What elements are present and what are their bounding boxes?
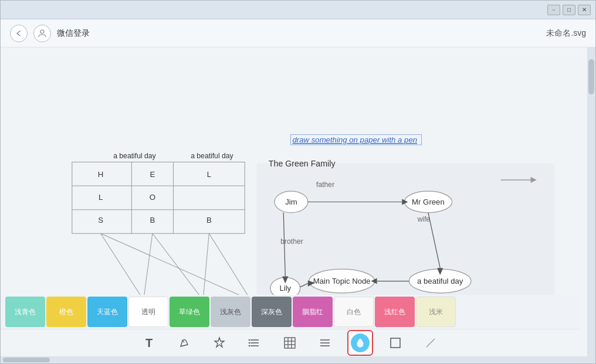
rect-tool-button[interactable] — [382, 330, 408, 356]
svg-text:Jim: Jim — [285, 198, 297, 206]
svg-line-48 — [203, 233, 209, 300]
table-tool-button[interactable] — [277, 330, 303, 356]
titlebar-controls: － □ ✕ — [547, 5, 591, 15]
svg-text:wife: wife — [417, 215, 431, 223]
svg-marker-53 — [215, 338, 224, 347]
text-icon: T — [145, 336, 153, 350]
svg-text:S: S — [98, 216, 103, 224]
filename-label: 未命名.svg — [546, 28, 586, 39]
svg-text:The Green Family: The Green Family — [269, 159, 336, 168]
svg-line-46 — [101, 233, 251, 300]
svg-point-0 — [40, 30, 44, 33]
svg-line-45 — [209, 233, 250, 300]
minimize-button[interactable]: － — [547, 5, 560, 15]
svg-rect-68 — [391, 338, 400, 348]
align-tool-button[interactable] — [312, 330, 338, 356]
close-button[interactable]: ✕ — [578, 5, 591, 15]
svg-line-43 — [101, 233, 144, 300]
svg-text:B: B — [150, 216, 155, 224]
scrollbar-right[interactable] — [587, 47, 595, 356]
svg-text:a beatiful day: a beatiful day — [191, 152, 233, 160]
swatch-sky-blue[interactable]: 天蓝色 — [87, 297, 127, 327]
swatch-grass-green[interactable]: 草绿色 — [170, 297, 209, 327]
swatch-dark-gray[interactable]: 深灰色 — [252, 297, 292, 327]
swatch-rose[interactable]: 胭脂红 — [293, 297, 333, 327]
line-tool-button[interactable] — [418, 330, 443, 356]
bottom-scrollbar-thumb[interactable] — [3, 358, 50, 362]
star-icon — [213, 336, 226, 349]
canvas[interactable]: draw something on paper with a pen The G… — [1, 47, 587, 356]
svg-text:draw something on paper with a: draw something on paper with a pen — [292, 135, 417, 144]
titlebar: － □ ✕ — [1, 1, 595, 19]
svg-text:a beatiful day: a beatiful day — [417, 277, 463, 285]
svg-text:Mr Green: Mr Green — [412, 198, 445, 206]
star-tool-button[interactable] — [206, 330, 232, 356]
svg-text:H: H — [98, 170, 104, 179]
svg-text:Lily: Lily — [279, 284, 291, 292]
pen-tool-button[interactable] — [171, 330, 197, 356]
svg-rect-1 — [257, 164, 555, 301]
scrollbar-thumb[interactable] — [588, 59, 594, 94]
swatch-light-gray[interactable]: 浅灰色 — [211, 297, 250, 327]
fill-tool-button[interactable] — [347, 330, 373, 356]
svg-line-44 — [153, 233, 203, 300]
svg-line-47 — [144, 233, 153, 300]
swatch-white[interactable]: 白色 — [334, 297, 374, 327]
swatch-transparent[interactable]: 透明 — [128, 297, 168, 327]
header-left: 微信登录 — [10, 25, 90, 42]
svg-text:L: L — [99, 193, 103, 202]
main-area: draw something on paper with a pen The G… — [1, 47, 595, 356]
svg-text:father: father — [316, 181, 334, 189]
login-label[interactable]: 微信登录 — [57, 28, 90, 39]
text-tool-button[interactable]: T — [136, 330, 162, 356]
svg-text:O: O — [150, 193, 155, 202]
back-button[interactable] — [10, 25, 28, 42]
list-tool-button[interactable] — [242, 330, 267, 356]
palette-bar: 浅青色 橙色 天蓝色 透明 草绿色 浅灰色 — [1, 295, 579, 356]
swatch-light-cyan[interactable]: 浅青色 — [5, 297, 45, 327]
rect-icon — [389, 336, 402, 349]
restore-button[interactable]: □ — [563, 5, 575, 15]
diagonal-line-icon — [424, 336, 437, 349]
svg-text:E: E — [150, 170, 155, 179]
bottom-scrollbar[interactable] — [1, 356, 595, 363]
app-window: － □ ✕ 微信登录 未命名.svg — [0, 0, 596, 364]
svg-rect-60 — [285, 338, 295, 348]
user-icon — [38, 29, 47, 38]
swatch-light-red[interactable]: 浅红色 — [375, 297, 415, 327]
swatch-light-beige[interactable]: 浅米 — [416, 297, 456, 327]
svg-text:a beatiful day: a beatiful day — [113, 152, 156, 160]
svg-text:L: L — [207, 170, 211, 179]
fill-icon — [351, 334, 370, 352]
color-swatches: 浅青色 橙色 天蓝色 透明 草绿色 浅灰色 — [1, 295, 579, 329]
svg-line-52 — [182, 341, 184, 342]
back-icon — [15, 30, 22, 37]
pen-icon — [178, 336, 191, 349]
header: 微信登录 未命名.svg — [1, 19, 595, 47]
table-icon — [283, 336, 296, 349]
svg-line-69 — [426, 339, 435, 347]
droplet-icon — [355, 338, 365, 348]
svg-text:B: B — [206, 216, 212, 224]
svg-text:Main Topic Node: Main Topic Node — [313, 277, 371, 285]
avatar-button[interactable] — [33, 25, 51, 42]
align-icon — [319, 336, 331, 349]
swatch-orange[interactable]: 橙色 — [46, 297, 86, 327]
list-icon — [248, 336, 261, 349]
toolbar: T — [1, 329, 579, 356]
